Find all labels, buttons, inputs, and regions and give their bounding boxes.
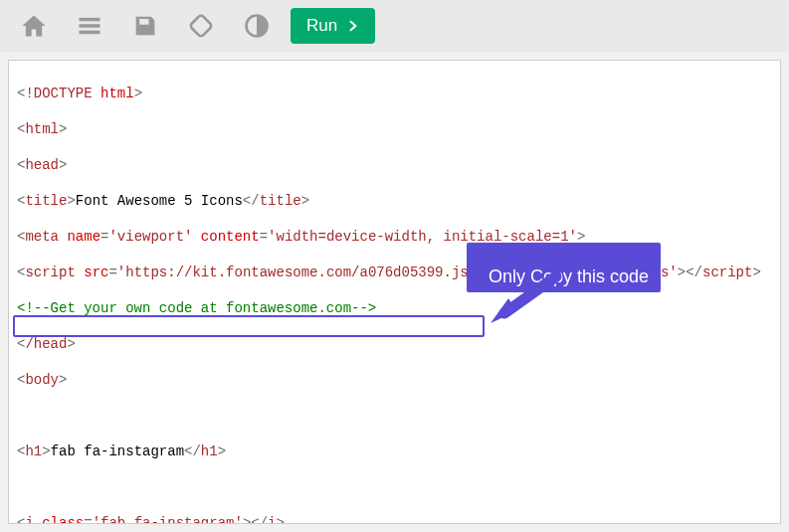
callout-label: Only Copy this code (489, 266, 649, 286)
code-line: <h1>fab fa-instagram</h1> (17, 443, 772, 460)
svg-rect-3 (189, 14, 212, 37)
code-line: <!--Get your own code at fontawesome.com… (17, 299, 772, 317)
code-line: <body> (17, 371, 772, 389)
save-icon[interactable] (117, 0, 173, 52)
code-line: <!DOCTYPE html> (17, 85, 772, 102)
code-line (17, 407, 772, 425)
code-line (17, 478, 772, 496)
svg-rect-0 (80, 18, 100, 21)
rotate-icon[interactable] (173, 0, 229, 52)
annotation-callout: Only Copy this code (467, 243, 661, 292)
code-line: <head> (17, 156, 772, 174)
menu-icon[interactable] (62, 0, 117, 52)
home-icon[interactable] (6, 0, 62, 52)
run-button[interactable]: Run (291, 8, 375, 44)
highlight-box (13, 315, 485, 337)
run-button-label: Run (306, 16, 337, 36)
code-editor[interactable]: <!DOCTYPE html> <html> <head> <title>Fon… (8, 60, 781, 524)
code-line: <html> (17, 120, 772, 138)
svg-rect-1 (80, 24, 100, 28)
chevron-right-icon (347, 20, 359, 32)
code-line: <title>Font Awesome 5 Icons</title> (17, 192, 772, 210)
theme-icon[interactable] (229, 0, 285, 52)
code-line: </head> (17, 335, 772, 353)
toolbar: Run (0, 0, 789, 52)
svg-rect-2 (80, 31, 100, 34)
editor-container: <!DOCTYPE html> <html> <head> <title>Fon… (0, 52, 789, 532)
code-line: <i class='fab fa-instagram'></i> (17, 514, 772, 524)
